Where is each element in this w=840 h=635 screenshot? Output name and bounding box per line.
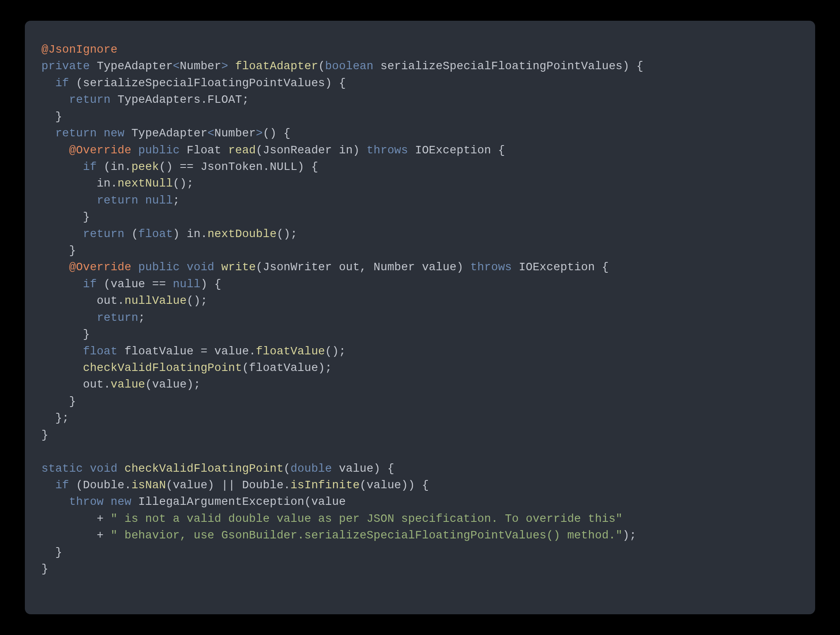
code-token: float <box>138 228 173 240</box>
code-token: float <box>83 345 118 358</box>
code-token: return <box>55 127 97 140</box>
code-token: " is not a valid double value as per JSO… <box>111 512 623 525</box>
code-token: ) { <box>200 278 221 291</box>
code-token: (JsonWriter out, Number value) <box>256 261 471 274</box>
code-token: () { <box>263 127 291 140</box>
code-token: TypeAdapter <box>97 60 173 73</box>
code-token: (floatValue); <box>242 361 332 374</box>
code-token <box>118 462 125 475</box>
code-token: throws <box>471 261 512 274</box>
code-token: @Override <box>69 261 131 274</box>
code-token: IllegalArgumentException <box>138 495 304 508</box>
code-token <box>180 144 187 157</box>
code-token: read <box>228 144 256 157</box>
code-token: (); <box>277 228 297 240</box>
code-token <box>97 127 104 140</box>
code-token: new <box>111 495 131 508</box>
code-token <box>41 127 55 140</box>
code-token: Number <box>180 60 221 73</box>
code-token: new <box>104 127 124 140</box>
code-token: return <box>97 194 138 207</box>
code-token: if <box>55 479 69 492</box>
code-token <box>41 479 55 492</box>
code-token: (value) || Double. <box>166 479 291 492</box>
code-token <box>131 144 138 157</box>
code-token: + <box>41 512 111 525</box>
code-token: return <box>83 228 124 240</box>
code-token: if <box>55 77 69 90</box>
code-token: TypeAdapters.FLOAT; <box>111 93 249 106</box>
code-token: } <box>41 110 62 123</box>
code-token: void <box>90 462 118 475</box>
code-token: TypeAdapter <box>131 127 208 140</box>
code-token: nextNull <box>118 177 173 190</box>
code-token: } <box>41 211 90 223</box>
code-token: ; <box>173 194 180 207</box>
code-token: void <box>187 261 215 274</box>
code-token: public <box>138 261 180 274</box>
code-token <box>104 495 111 508</box>
code-token: throw <box>69 495 104 508</box>
code-token <box>41 278 83 291</box>
code-token <box>41 160 83 173</box>
code-token: isNaN <box>131 479 166 492</box>
code-token: < <box>173 60 180 73</box>
code-token: } <box>41 328 90 341</box>
code-token: nullValue <box>124 294 186 307</box>
code-token: > <box>256 127 263 140</box>
code-token <box>41 361 83 374</box>
code-token: throws <box>367 144 408 157</box>
code-token: (serializeSpecialFloatingPointValues) { <box>69 77 346 90</box>
code-token: if <box>83 278 97 291</box>
code-token <box>41 261 69 274</box>
code-token <box>124 127 131 140</box>
code-token: (JsonReader in) <box>256 144 367 157</box>
code-token: ( <box>284 462 291 475</box>
code-token: isInfinite <box>290 479 360 492</box>
code-token: IOException { <box>512 261 609 274</box>
code-token <box>41 228 83 240</box>
code-token: checkValidFloatingPoint <box>83 361 242 374</box>
code-token: value <box>111 378 145 391</box>
code-token: public <box>138 144 180 157</box>
code-token: static <box>41 462 83 475</box>
code-token: peek <box>131 160 159 173</box>
code-token: out. <box>41 378 111 391</box>
code-token: boolean <box>325 60 374 73</box>
code-token <box>41 144 69 157</box>
code-token <box>221 144 228 157</box>
code-token: floatValue = value. <box>118 345 256 358</box>
code-token <box>374 60 381 73</box>
code-token <box>41 93 69 106</box>
code-token: (value <box>304 495 346 508</box>
code-token: } <box>41 244 76 257</box>
code-token: nextDouble <box>208 228 277 240</box>
code-token: } <box>41 546 62 559</box>
code-token <box>41 495 69 508</box>
code-token <box>131 495 138 508</box>
code-token: } <box>41 395 76 408</box>
code-token: double <box>290 462 332 475</box>
code-token <box>131 261 138 274</box>
code-token: () == JsonToken.NULL) { <box>159 160 318 173</box>
code-token: ) { <box>623 60 643 73</box>
code-token <box>41 345 83 358</box>
code-token: (); <box>187 294 208 307</box>
code-token: value) { <box>332 462 394 475</box>
code-token: " behavior, use GsonBuilder.serializeSpe… <box>111 529 623 542</box>
code-token: + <box>41 529 111 542</box>
code-token <box>228 60 235 73</box>
code-token: floatAdapter <box>235 60 318 73</box>
code-token: }; <box>41 412 69 424</box>
code-token: ); <box>623 529 636 542</box>
code-token <box>41 77 55 90</box>
code-token: (value == <box>97 278 173 291</box>
code-token: (); <box>325 345 346 358</box>
code-token <box>41 194 97 207</box>
code-token: null <box>145 194 173 207</box>
code-panel: @JsonIgnore private TypeAdapter<Number> … <box>25 21 815 614</box>
code-token: out. <box>41 294 124 307</box>
code-token <box>215 261 222 274</box>
code-token <box>83 462 90 475</box>
code-token <box>41 311 97 324</box>
